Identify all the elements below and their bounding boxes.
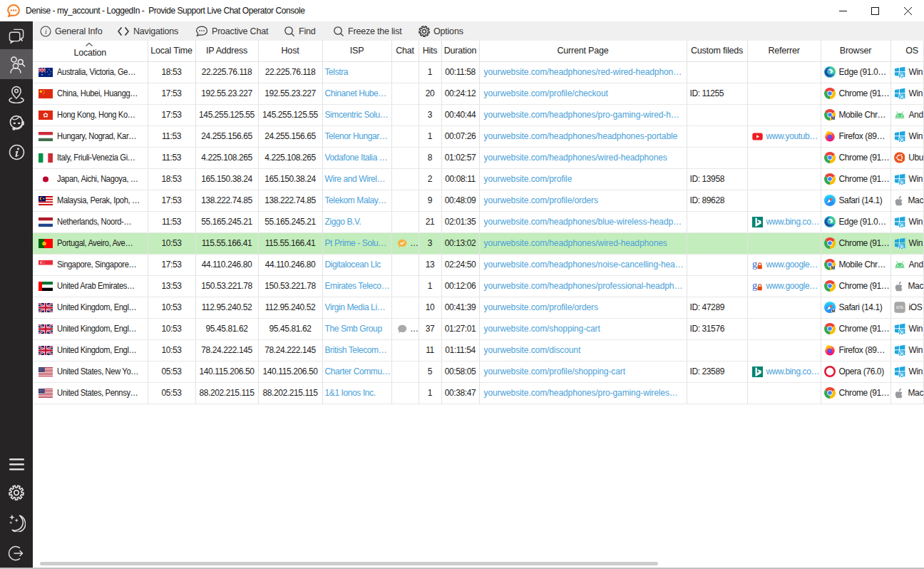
- svg-text:i: i: [45, 27, 47, 35]
